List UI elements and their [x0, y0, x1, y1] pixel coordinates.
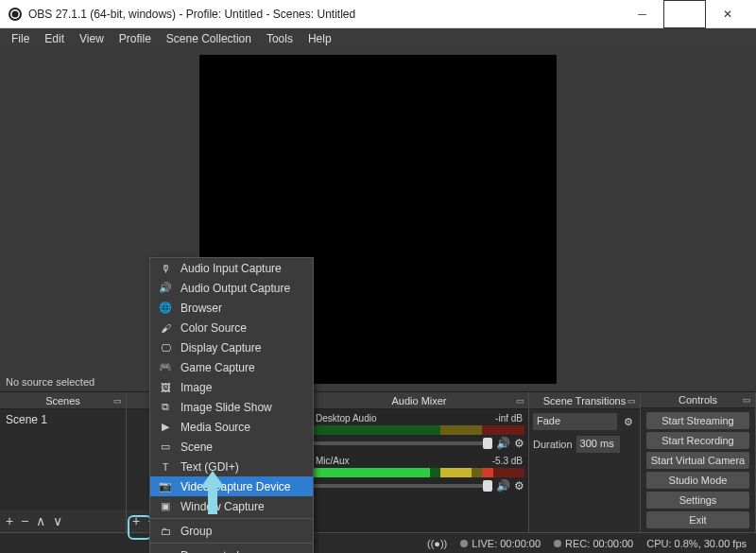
exit-button[interactable]: Exit	[646, 511, 749, 528]
live-indicator-icon	[460, 540, 468, 547]
start-streaming-button[interactable]: Start Streaming	[646, 412, 749, 429]
collapse-icon[interactable]: ▭	[627, 396, 636, 406]
audio-mixer-panel: Audio Mixer ▭ Desktop Audio -inf dB 🔊	[310, 392, 529, 532]
speaker-icon: 🔊	[158, 282, 173, 294]
controls-header: Controls ▭	[641, 392, 755, 408]
scenes-title: Scenes	[45, 395, 80, 406]
svg-point-2	[12, 10, 19, 17]
scene-down-button[interactable]	[53, 513, 62, 528]
collapse-icon[interactable]: ▭	[516, 396, 524, 406]
ctx-window-capture[interactable]: ▣Window Capture	[150, 496, 313, 516]
ctx-group[interactable]: 🗀Group	[150, 521, 313, 541]
statusbar: ((●)) LIVE: 00:00:00 REC: 00:00:00 CPU: …	[0, 532, 756, 553]
ctx-color-source[interactable]: 🖌Color Source	[150, 318, 313, 337]
play-icon: ▶	[158, 421, 173, 433]
ctx-scene[interactable]: ▭Scene	[150, 437, 313, 457]
duration-label: Duration	[533, 439, 573, 450]
live-status: LIVE: 00:00:00	[472, 538, 541, 549]
broadcast-icon: ((●))	[427, 538, 447, 549]
menu-file[interactable]: File	[4, 32, 37, 45]
gear-icon[interactable]: ⚙	[514, 479, 524, 493]
mixer-db-value: -inf dB	[495, 413, 523, 423]
menu-tools[interactable]: Tools	[259, 32, 301, 45]
menu-profile[interactable]: Profile	[112, 32, 159, 45]
studio-mode-button[interactable]: Studio Mode	[646, 472, 749, 489]
brush-icon: 🖌	[158, 322, 173, 334]
speaker-icon[interactable]: 🔊	[496, 437, 510, 450]
duration-input[interactable]: 300 ms	[576, 436, 620, 453]
start-recording-button[interactable]: Start Recording	[646, 432, 749, 449]
controls-title: Controls	[679, 394, 717, 406]
scene-item[interactable]: Scene 1	[6, 413, 120, 426]
collapse-icon[interactable]: ▭	[113, 396, 122, 406]
scenes-header: Scenes ▭	[0, 392, 126, 409]
menu-help[interactable]: Help	[301, 32, 339, 45]
ctx-deprecated[interactable]: Deprecated▶	[150, 545, 313, 553]
ctx-audio-output-capture[interactable]: 🔊Audio Output Capture	[150, 278, 313, 298]
separator	[150, 543, 313, 544]
ctx-video-capture-device[interactable]: 📷Video Capture Device	[150, 476, 313, 496]
scene-up-button[interactable]	[36, 513, 45, 528]
mixer-channel-label: Mic/Aux	[316, 456, 350, 466]
mixer-channel: Desktop Audio -inf dB 🔊 ⚙	[314, 411, 524, 452]
folder-icon: 🗀	[158, 526, 173, 537]
pointer-arrow-icon	[197, 471, 229, 518]
window-icon: ▣	[158, 500, 173, 512]
mixer-channel: Mic/Aux -5.3 dB 🔊 ⚙	[314, 454, 524, 494]
mixer-channel-label: Desktop Audio	[316, 413, 377, 423]
rec-indicator-icon	[554, 540, 561, 547]
scene-remove-button[interactable]	[21, 513, 28, 528]
mixer-meter	[314, 468, 524, 477]
text-icon: T	[158, 461, 173, 473]
transitions-panel: Scene Transitions ▭ Fade ⚙ Duration 300 …	[529, 392, 641, 532]
mixer-body: Desktop Audio -inf dB 🔊 ⚙	[310, 409, 528, 532]
gear-icon[interactable]: ⚙	[621, 414, 636, 429]
scene-add-button[interactable]	[6, 513, 13, 528]
menu-scene-collection[interactable]: Scene Collection	[159, 32, 259, 45]
scenes-toolbar	[0, 510, 126, 532]
scenes-panel: Scenes ▭ Scene 1	[0, 392, 127, 532]
maximize-button[interactable]	[663, 0, 706, 28]
ctx-media-source[interactable]: ▶Media Source	[150, 417, 313, 437]
transitions-title: Scene Transitions	[543, 395, 626, 406]
collapse-icon[interactable]: ▭	[743, 395, 751, 405]
separator	[150, 518, 313, 519]
ctx-browser[interactable]: 🌐Browser	[150, 298, 313, 318]
menubar: File Edit View Profile Scene Collection …	[0, 28, 756, 49]
ctx-text-gdi[interactable]: TText (GDI+)	[150, 457, 313, 476]
slideshow-icon: ⧉	[158, 401, 173, 413]
obs-logo-icon	[8, 7, 23, 22]
preview-area: No source selected	[0, 49, 756, 391]
mixer-meter	[314, 425, 524, 435]
scene-icon: ▭	[158, 441, 173, 453]
speaker-icon[interactable]: 🔊	[496, 479, 510, 493]
no-source-label: No source selected	[6, 376, 94, 388]
start-virtual-camera-button[interactable]: Start Virtual Camera	[646, 452, 749, 469]
titlebar: OBS 27.1.1 (64-bit, windows) - Profile: …	[0, 0, 756, 28]
ctx-game-capture[interactable]: 🎮Game Capture	[150, 357, 313, 377]
ctx-image-slide-show[interactable]: ⧉Image Slide Show	[150, 397, 313, 417]
camera-icon: 📷	[158, 480, 173, 493]
gear-icon[interactable]: ⚙	[514, 437, 524, 450]
menu-edit[interactable]: Edit	[37, 32, 72, 45]
cpu-status: CPU: 0.8%, 30.00 fps	[646, 538, 747, 549]
mixer-volume-slider[interactable]	[314, 441, 492, 445]
rec-status: REC: 00:00:00	[565, 538, 633, 549]
minimize-button[interactable]: ─	[621, 0, 663, 28]
mic-icon: 🎙	[158, 263, 173, 274]
transition-type-select[interactable]: Fade	[533, 413, 617, 430]
mixer-title: Audio Mixer	[391, 395, 446, 406]
close-button[interactable]: ✕	[706, 0, 748, 28]
globe-icon: 🌐	[158, 302, 173, 314]
settings-button[interactable]: Settings	[646, 492, 749, 509]
mixer-db-value: -5.3 dB	[492, 456, 523, 466]
mixer-volume-slider[interactable]	[314, 484, 492, 488]
ctx-audio-input-capture[interactable]: 🎙Audio Input Capture	[150, 258, 313, 278]
monitor-icon: 🖵	[158, 342, 173, 354]
transitions-header: Scene Transitions ▭	[529, 392, 640, 409]
ctx-image[interactable]: 🖼Image	[150, 377, 313, 397]
ctx-display-capture[interactable]: 🖵Display Capture	[150, 337, 313, 357]
window-title: OBS 27.1.1 (64-bit, windows) - Profile: …	[28, 8, 621, 21]
scenes-list[interactable]: Scene 1	[0, 409, 126, 510]
menu-view[interactable]: View	[72, 32, 112, 45]
